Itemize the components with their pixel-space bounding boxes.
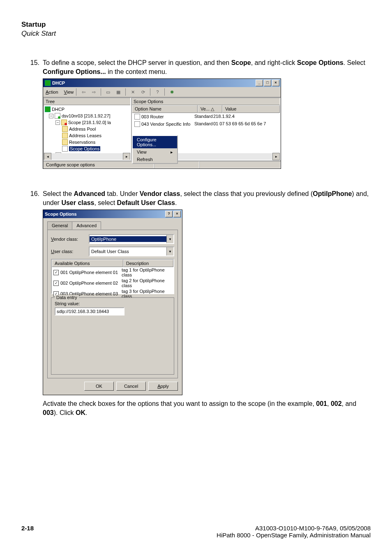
- checkbox[interactable]: ✓: [53, 270, 59, 275]
- option-row[interactable]: ✓001 OptiIpPhone element 01 tag 1 for Op…: [52, 267, 173, 278]
- tree-address-leases[interactable]: Address Leases: [45, 132, 129, 139]
- user-class-label: User class:: [51, 249, 89, 254]
- option-row[interactable]: ✓002 OptiIpPhone element 02 tag 2 for Op…: [52, 278, 173, 288]
- tree-root[interactable]: DHCP: [45, 106, 129, 113]
- close-button[interactable]: ×: [272, 80, 279, 86]
- scroll-left-icon[interactable]: ◂: [44, 153, 51, 160]
- tab-general[interactable]: General: [47, 221, 72, 230]
- close-button[interactable]: ×: [173, 211, 181, 217]
- apply-button[interactable]: Apply: [148, 382, 178, 391]
- chevron-down-icon[interactable]: ▼: [166, 247, 173, 256]
- group-legend: Data entry: [55, 295, 79, 300]
- maximize-button[interactable]: □: [264, 80, 271, 86]
- menubar: Action View ⇦ ⇨ ▭ ▦ ✕ ⟳ ? ✱: [43, 87, 281, 97]
- refresh-button[interactable]: ⟳: [138, 88, 148, 96]
- vendor-class-label: Vendor class:: [51, 237, 89, 242]
- scope-icon: [61, 120, 67, 125]
- folder-icon: [62, 133, 68, 138]
- dhcp-root-icon: [45, 106, 51, 112]
- step-text: To define a scope, select the DHCP serve…: [43, 58, 371, 76]
- col-value[interactable]: Value: [222, 105, 280, 113]
- col-available[interactable]: Available Options: [52, 260, 123, 267]
- user-class-select[interactable]: Default User Class ▼: [89, 246, 174, 256]
- vendor-class-select[interactable]: OptiIpPhone ▼: [89, 234, 174, 244]
- menu-action[interactable]: Action: [46, 90, 58, 94]
- tree-pane: Tree DHCP –dsv10nr03 [218.1.92.27] –Scop…: [43, 97, 131, 161]
- step-16-continued: Activate the check boxes for the options…: [43, 399, 371, 417]
- props-button[interactable]: ▦: [114, 88, 123, 96]
- col-vendor[interactable]: Ve... △: [198, 105, 222, 113]
- tree-reservations[interactable]: Reservations: [45, 139, 129, 145]
- minimize-button[interactable]: _: [256, 80, 263, 86]
- scope-options-dialog: Scope Options ? × General Advanced Vendo…: [43, 210, 182, 395]
- option-icon: [134, 114, 140, 120]
- tree-scope-options[interactable]: Scope Options: [45, 145, 129, 152]
- step-16: 16. Select the Advanced tab. Under Vendo…: [21, 189, 371, 207]
- help-button[interactable]: ?: [165, 211, 173, 217]
- extra-button[interactable]: ✱: [167, 88, 176, 96]
- collapse-icon[interactable]: –: [49, 114, 53, 118]
- titlebar: Scope Options ? ×: [43, 210, 182, 218]
- ctx-view[interactable]: View: [133, 148, 177, 156]
- options-icon: [62, 146, 68, 152]
- tab-panel: Vendor class: OptiIpPhone ▼ User class: …: [47, 230, 178, 378]
- window-title: DHCP: [52, 81, 65, 85]
- collapse-icon[interactable]: –: [55, 120, 60, 125]
- data-entry-group: Data entry String value:: [51, 297, 174, 375]
- page-footer: 2-18 A31003-O1010-M100-9-76A9, 05/05/200…: [21, 525, 371, 539]
- page-title: Startup: [21, 21, 371, 29]
- col-option-name[interactable]: Option Name: [132, 105, 198, 113]
- back-button[interactable]: ⇦: [79, 88, 88, 96]
- string-value-input[interactable]: [55, 307, 125, 315]
- list-pane: Scope Options Option Name Ve... △ Value …: [131, 97, 281, 161]
- available-options-list: Available Options Description ✓001 OptiI…: [51, 259, 174, 294]
- ctx-configure-options[interactable]: Configure Options...: [133, 136, 177, 148]
- doc-id: A31003-O1010-M100-9-76A9, 05/05/2008: [217, 525, 371, 532]
- folder-icon: [62, 126, 68, 132]
- step-15: 15. To define a scope, select the DHCP s…: [21, 58, 371, 76]
- tree-hscroll[interactable]: ◂▸: [44, 153, 130, 160]
- server-icon: [55, 113, 60, 119]
- list-title: Scope Options: [132, 98, 280, 105]
- menu-view[interactable]: View: [64, 90, 74, 94]
- checkbox[interactable]: ✓: [53, 281, 59, 286]
- forward-button[interactable]: ⇨: [89, 88, 98, 96]
- string-value-label: String value:: [55, 301, 171, 306]
- scroll-right-icon[interactable]: ▸: [272, 153, 280, 160]
- page-number: 2-18: [21, 525, 34, 539]
- step-number: 16.: [21, 189, 43, 207]
- context-menu: Configure Options... View Refresh: [132, 135, 178, 164]
- folder-icon: [62, 139, 68, 145]
- page-subtitle: Quick Start: [21, 30, 371, 38]
- col-description[interactable]: Description: [123, 260, 173, 267]
- list-row[interactable]: 043 Vendor Specific Info Standard 01 07 …: [132, 120, 280, 128]
- tree-header: Tree: [44, 98, 130, 105]
- titlebar: DHCP _ □ ×: [43, 79, 281, 87]
- tab-advanced[interactable]: Advanced: [72, 221, 101, 230]
- ok-button[interactable]: OK: [84, 382, 114, 391]
- doc-title: HiPath 8000 - OpenStage Family, Administ…: [217, 532, 371, 539]
- tree-scope[interactable]: –Scope [218.1.92.0] la: [45, 119, 129, 126]
- option-icon: [134, 121, 140, 127]
- step-number: 15.: [21, 58, 43, 76]
- delete-button[interactable]: ✕: [128, 88, 137, 96]
- list-columns: Option Name Ve... △ Value: [132, 105, 280, 113]
- up-button[interactable]: ▭: [104, 88, 113, 96]
- dhcp-app-icon: [45, 80, 51, 86]
- dialog-title: Scope Options: [45, 212, 77, 216]
- chevron-down-icon[interactable]: ▼: [166, 235, 173, 243]
- tabs: General Advanced: [47, 221, 178, 230]
- step-text: Select the Advanced tab. Under Vendor cl…: [43, 189, 371, 207]
- help-button[interactable]: ?: [153, 88, 162, 96]
- list-row[interactable]: 003 Router Standard 218.1.92.4: [132, 113, 280, 120]
- scroll-right-icon[interactable]: ▸: [123, 153, 130, 160]
- ctx-refresh[interactable]: Refresh: [133, 156, 177, 163]
- cancel-button[interactable]: Cancel: [116, 382, 146, 391]
- tree-server[interactable]: –dsv10nr03 [218.1.92.27]: [45, 113, 129, 119]
- tree-address-pool[interactable]: Address Pool: [45, 126, 129, 132]
- dhcp-window: DHCP _ □ × Action View ⇦ ⇨ ▭ ▦ ✕ ⟳ ? ✱: [43, 78, 281, 169]
